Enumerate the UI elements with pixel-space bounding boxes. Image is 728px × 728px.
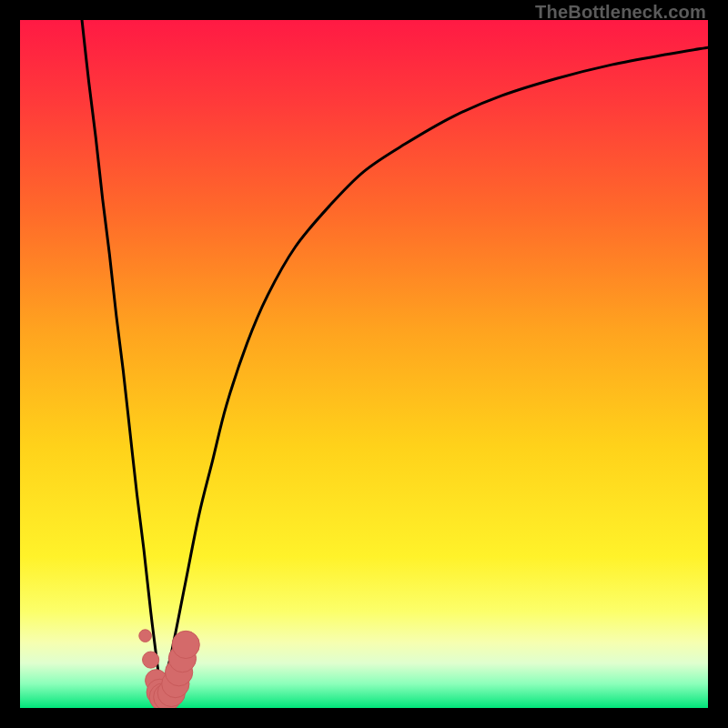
marker-dot bbox=[143, 652, 159, 668]
marker-dot bbox=[139, 630, 152, 642]
chart-svg bbox=[20, 20, 708, 708]
marker-dot bbox=[172, 631, 199, 658]
chart-frame bbox=[20, 20, 708, 708]
watermark-text: TheBottleneck.com bbox=[535, 2, 706, 23]
